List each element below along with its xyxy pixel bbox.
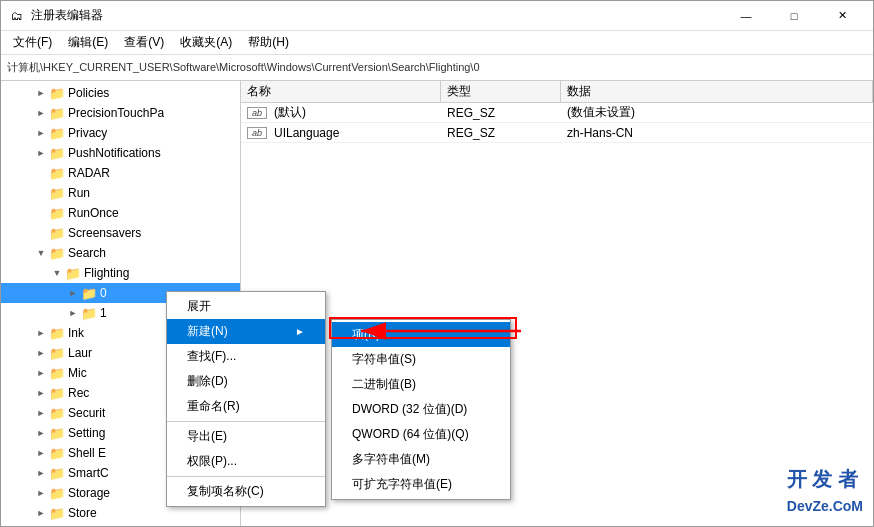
tree-label: SmartC — [68, 466, 109, 480]
folder-icon: 📁 — [49, 445, 65, 461]
table-row[interactable]: ab(默认)REG_SZ(数值未设置) — [241, 103, 873, 123]
tree-arrow-icon: ► — [33, 423, 49, 443]
context-menu-item-label: 重命名(R) — [187, 398, 240, 415]
tree-arrow-icon: ► — [33, 343, 49, 363]
registry-header: 名称 类型 数据 — [241, 81, 873, 103]
submenu-item[interactable]: QWORD (64 位值)(Q) — [332, 422, 510, 447]
tree-label: Ink — [68, 326, 84, 340]
tree-label: Securit — [68, 406, 105, 420]
folder-icon: 📁 — [49, 505, 65, 521]
tree-label: RADAR — [68, 166, 110, 180]
context-menu-item[interactable]: 导出(E) — [167, 424, 325, 449]
tree-item[interactable]: ▼📁Search — [1, 243, 240, 263]
tree-item[interactable]: ►📁PushNotifications — [1, 143, 240, 163]
tree-label: Search — [68, 246, 106, 260]
reg-data-cell: (数值未设置) — [561, 104, 873, 121]
menu-item[interactable]: 编辑(E) — [60, 32, 116, 53]
context-menu-item[interactable]: 复制项名称(C) — [167, 479, 325, 504]
folder-icon: 📁 — [49, 405, 65, 421]
folder-icon: 📁 — [49, 385, 65, 401]
tree-label: Mic — [68, 366, 87, 380]
folder-icon: 📁 — [65, 265, 81, 281]
submenu: 项(K)字符串值(S)二进制值(B)DWORD (32 位值)(D)QWORD … — [331, 319, 511, 500]
tree-arrow-icon: ► — [33, 323, 49, 343]
tree-item[interactable]: ►📁Telephony — [1, 523, 240, 526]
tree-arrow-icon: ► — [33, 383, 49, 403]
folder-icon: 📁 — [49, 345, 65, 361]
folder-icon: 📁 — [49, 325, 65, 341]
tree-label: PrecisionTouchPa — [68, 106, 164, 120]
folder-icon: 📁 — [49, 485, 65, 501]
tree-label: Setting — [68, 426, 105, 440]
submenu-item[interactable]: 字符串值(S) — [332, 347, 510, 372]
reg-type-cell: REG_SZ — [441, 126, 561, 140]
menu-item[interactable]: 文件(F) — [5, 32, 60, 53]
menu-item[interactable]: 帮助(H) — [240, 32, 297, 53]
tree-label: RunOnce — [68, 206, 119, 220]
tree-item[interactable]: 📁RADAR — [1, 163, 240, 183]
tree-label: Laur — [68, 346, 92, 360]
tree-arrow-icon: ► — [33, 143, 49, 163]
tree-arrow-icon: ► — [65, 303, 81, 323]
submenu-item[interactable]: 多字符串值(M) — [332, 447, 510, 472]
tree-item[interactable]: 📁RunOnce — [1, 203, 240, 223]
title-controls: — □ ✕ — [723, 1, 865, 31]
reg-type-icon: ab — [247, 107, 267, 119]
table-row[interactable]: abUILanguageREG_SZzh-Hans-CN — [241, 123, 873, 143]
col-header-data: 数据 — [561, 81, 873, 102]
app-icon: 🗂 — [9, 8, 25, 24]
minimize-button[interactable]: — — [723, 1, 769, 31]
reg-name-text: UILanguage — [274, 126, 339, 140]
tree-label: Store — [68, 506, 97, 520]
maximize-button[interactable]: □ — [771, 1, 817, 31]
submenu-item[interactable]: 二进制值(B) — [332, 372, 510, 397]
close-button[interactable]: ✕ — [819, 1, 865, 31]
submenu-item[interactable]: 项(K) — [332, 322, 510, 347]
context-menu: 展开新建(N)►查找(F)...删除(D)重命名(R)导出(E)权限(P)...… — [166, 291, 326, 507]
context-menu-item-label: 权限(P)... — [187, 453, 237, 470]
folder-icon: 📁 — [49, 205, 65, 221]
folder-icon: 📁 — [49, 425, 65, 441]
submenu-item[interactable]: DWORD (32 位值)(D) — [332, 397, 510, 422]
tree-arrow-icon: ► — [33, 123, 49, 143]
reg-type-cell: REG_SZ — [441, 106, 561, 120]
tree-arrow-icon: ► — [33, 503, 49, 523]
submenu-item[interactable]: 可扩充字符串值(E) — [332, 472, 510, 497]
col-header-type: 类型 — [441, 81, 561, 102]
context-menu-item-label: 导出(E) — [187, 428, 227, 445]
context-menu-item[interactable]: 新建(N)► — [167, 319, 325, 344]
tree-arrow-icon: ► — [65, 283, 81, 303]
context-menu-item[interactable]: 展开 — [167, 294, 325, 319]
tree-item[interactable]: 📁Run — [1, 183, 240, 203]
title-bar: 🗂 注册表编辑器 — □ ✕ — [1, 1, 873, 31]
tree-label: PushNotifications — [68, 146, 161, 160]
tree-arrow-icon: ► — [33, 403, 49, 423]
tree-item[interactable]: ►📁Privacy — [1, 123, 240, 143]
tree-arrow-icon: ► — [33, 483, 49, 503]
menu-item[interactable]: 查看(V) — [116, 32, 172, 53]
menu-separator — [167, 476, 325, 477]
tree-label: Shell E — [68, 446, 106, 460]
folder-icon: 📁 — [49, 165, 65, 181]
tree-label: Screensavers — [68, 226, 141, 240]
tree-item[interactable]: ►📁Policies — [1, 83, 240, 103]
reg-type-icon: ab — [247, 127, 267, 139]
col-header-name: 名称 — [241, 81, 441, 102]
context-menu-item-label: 删除(D) — [187, 373, 228, 390]
tree-arrow-icon — [33, 203, 49, 223]
folder-icon: 📁 — [81, 305, 97, 321]
tree-item[interactable]: 📁Screensavers — [1, 223, 240, 243]
folder-icon: 📁 — [49, 85, 65, 101]
context-menu-item[interactable]: 重命名(R) — [167, 394, 325, 419]
context-menu-item[interactable]: 权限(P)... — [167, 449, 325, 474]
tree-label: Rec — [68, 386, 89, 400]
tree-arrow-icon: ► — [33, 463, 49, 483]
context-menu-item[interactable]: 查找(F)... — [167, 344, 325, 369]
tree-label: Run — [68, 186, 90, 200]
tree-arrow-icon: ► — [33, 523, 49, 526]
tree-item[interactable]: ▼📁Flighting — [1, 263, 240, 283]
context-menu-item[interactable]: 删除(D) — [167, 369, 325, 394]
tree-item[interactable]: ►📁PrecisionTouchPa — [1, 103, 240, 123]
address-text: 计算机\HKEY_CURRENT_USER\Software\Microsoft… — [7, 60, 480, 75]
menu-item[interactable]: 收藏夹(A) — [172, 32, 240, 53]
